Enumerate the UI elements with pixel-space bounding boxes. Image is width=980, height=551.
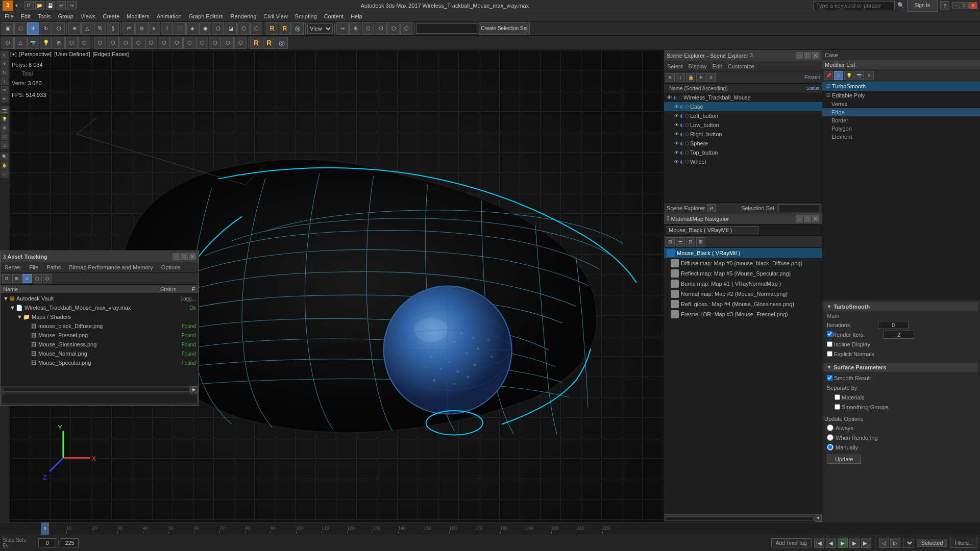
big-btn-r[interactable]: R [250, 37, 262, 49]
menu-create[interactable]: Create [100, 11, 122, 21]
se-row-wheel[interactable]: 👁 ◐ ⬡ Wheel [664, 157, 822, 166]
render-scene-btn[interactable]: R [266, 22, 278, 35]
material-name-input[interactable] [667, 226, 758, 234]
mod-light-btn[interactable]: 💡 [844, 71, 853, 80]
layer-btn[interactable]: ≡ [148, 22, 160, 35]
scene-explorer-content[interactable]: Name (Sorted Ascending) Status 👁 ◐ ⬡ Wir… [664, 84, 822, 203]
at-scrollbar[interactable]: ▶ [1, 386, 199, 393]
link-btn[interactable]: ⇒ [336, 22, 349, 35]
angle-snap-btn[interactable]: △ [81, 22, 93, 35]
lt-nurbs[interactable]: ⬡ [1, 132, 9, 140]
spinner-snap-btn[interactable]: § [107, 22, 119, 35]
time-slider[interactable]: 0102030405060708090100110120130140150160… [0, 522, 980, 535]
container-btn[interactable]: ⬡ [119, 37, 132, 49]
mat-min-btn[interactable]: ─ [796, 215, 803, 222]
menu-civil-view[interactable]: Civil View [260, 11, 290, 21]
se-max-btn[interactable]: □ [804, 52, 811, 59]
view-select[interactable]: View [307, 23, 333, 34]
se-row-low-btn[interactable]: 👁 ◐ ⬡ Low_button [664, 120, 822, 130]
lt-scale[interactable]: ↕ [1, 77, 9, 85]
se-close-btn[interactable]: ✕ [812, 52, 819, 59]
autoback-btn[interactable]: ⬡ [250, 22, 262, 35]
mat-max-btn[interactable]: □ [804, 215, 811, 222]
smoothing-groups-checkbox[interactable] [835, 404, 840, 410]
frame-current-input[interactable] [38, 538, 56, 547]
se-sort-btn[interactable]: ↕ [676, 73, 685, 82]
quick-render-btn[interactable]: R [279, 22, 291, 35]
shape-btn[interactable]: △ [14, 37, 27, 49]
mat-scrollbar[interactable]: ▼ [664, 514, 822, 521]
when-rendering-radio[interactable] [827, 434, 834, 441]
at-scroll-track[interactable] [3, 388, 189, 392]
key-mode-select[interactable]: Auto [903, 538, 914, 548]
mat-list-btn[interactable]: ☰ [676, 237, 685, 246]
redo-btn[interactable]: ↪ [67, 1, 77, 10]
mod-sub-element[interactable]: Element [822, 133, 980, 141]
reactor-btn[interactable]: ⬡ [209, 37, 221, 49]
menu-scripting[interactable]: Scripting [292, 11, 320, 21]
obj-type-btn[interactable]: ⬡ [2, 37, 14, 49]
align-btn[interactable]: ⊟ [135, 22, 148, 35]
mat-expand-btn[interactable]: ⊟ [686, 237, 695, 246]
viewport-plus[interactable]: [+] [10, 51, 17, 57]
selection-set-input[interactable] [416, 23, 477, 34]
mat-row-reflect[interactable]: Reflect map: Map #5 (Mouse_Specular.png) [664, 268, 822, 279]
at-extra-btn[interactable]: ⬡ [33, 274, 42, 283]
menu-tools[interactable]: Tools [35, 11, 54, 21]
material-btn[interactable]: ◈ [186, 22, 199, 35]
bind-btn[interactable]: ⊞ [349, 22, 361, 35]
at-extra2-btn[interactable]: ⬡ [43, 274, 52, 283]
color-btn[interactable]: ◪ [225, 22, 237, 35]
mat-scroll-track[interactable] [665, 516, 814, 520]
lt-zoom[interactable]: 🔍 [1, 153, 9, 161]
se-tab-display[interactable]: Display [687, 63, 708, 69]
se-selection-set-input[interactable] [778, 204, 819, 212]
viewport-user[interactable]: [User Defined] [54, 51, 90, 57]
se-lock-btn[interactable]: 🔒 [686, 73, 695, 82]
menu-rendering[interactable]: Rendering [228, 11, 260, 21]
at-scroll-right[interactable]: ▶ [190, 386, 198, 393]
mod-item-editpoly[interactable]: ☑ Editable Poly [822, 91, 980, 100]
motion-capture-btn[interactable]: ⬡ [183, 37, 195, 49]
selected-badge[interactable]: Selected [917, 539, 948, 547]
big-btn-r2[interactable]: R [263, 37, 275, 49]
se-tab-select[interactable]: Select [666, 63, 684, 69]
mat-scroll-down[interactable]: ▼ [815, 515, 822, 522]
isoline-checkbox[interactable] [827, 341, 832, 347]
lt-move[interactable]: ✛ [1, 60, 9, 68]
display-btn[interactable]: ⬡ [387, 22, 400, 35]
mod-item-turbosmooth[interactable]: ☑ TurboSmooth [822, 82, 980, 91]
timeline-current-frame[interactable]: 0 [41, 522, 49, 535]
envfx-btn[interactable]: ◎ [291, 22, 304, 35]
at-row-fresnel[interactable]: 🖼 Mouse_Fresnel.png Found [1, 331, 199, 340]
undo-btn[interactable]: ↩ [57, 1, 66, 10]
hair-fur-btn[interactable]: ⬡ [222, 37, 234, 49]
curve-btn[interactable]: ⌇ [161, 22, 173, 35]
paint-btn[interactable]: ⬡ [94, 37, 106, 49]
at-row-diffuse[interactable]: 🖼 mouse_black_Diffuse.png Found [1, 321, 199, 331]
at-track-btn[interactable]: ⊞ [12, 274, 21, 283]
select-btn[interactable]: ▣ [2, 22, 14, 35]
at-menu-paths[interactable]: Paths [45, 264, 62, 270]
play-btn[interactable]: ▶ [838, 538, 848, 548]
se-tab-edit[interactable]: Edit [711, 63, 724, 69]
signin-btn[interactable]: Sign In [907, 0, 938, 12]
new-btn[interactable]: 🗋 [24, 1, 34, 10]
schematic-btn[interactable]: ⬡ [212, 22, 224, 35]
big-btn-r3[interactable]: ◎ [276, 37, 288, 49]
animation-tools-btn[interactable]: ⬡ [170, 37, 183, 49]
key-prev-btn[interactable]: ◁ [879, 538, 889, 548]
se-tab-customize[interactable]: Customize [726, 63, 756, 69]
at-max-btn[interactable]: □ [181, 253, 188, 260]
mod-sub-edge[interactable]: Edge [822, 108, 980, 116]
at-close-btn[interactable]: ✕ [189, 253, 196, 260]
mat-row-normal[interactable]: Normal map: Map #2 (Mouse_Normal.png) [664, 289, 822, 299]
prev-frame-btn[interactable]: ◀ [826, 538, 836, 548]
at-expand-vault[interactable]: ▼ [3, 295, 9, 302]
update-btn[interactable]: Update [827, 455, 861, 464]
minimize-btn[interactable]: ─ [952, 2, 960, 9]
cloth-btn[interactable]: ⬡ [234, 37, 247, 49]
at-row-maps[interactable]: ▼ 📁 Maps / Shaders [1, 312, 199, 321]
next-frame-btn[interactable]: ▶ [849, 538, 860, 548]
motion-btn[interactable]: ⬡ [375, 22, 387, 35]
